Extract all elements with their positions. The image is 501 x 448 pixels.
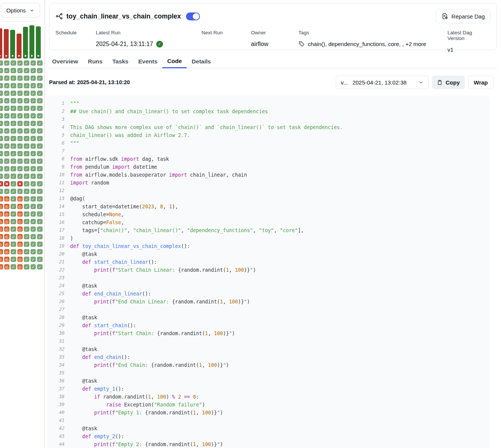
- task-instance-success[interactable]: ✓: [17, 143, 23, 149]
- task-instance-success[interactable]: ✓: [4, 159, 10, 164]
- task-instance-success[interactable]: ✓: [17, 68, 23, 73]
- task-instance-success[interactable]: ✓: [24, 174, 29, 179]
- task-instance-success[interactable]: ✓: [24, 75, 29, 81]
- dag-run-bar-success[interactable]: [36, 26, 41, 59]
- task-instance-success[interactable]: ✓: [31, 106, 36, 111]
- task-instance-success[interactable]: ✓: [4, 75, 10, 81]
- task-instance-retry[interactable]: ◎: [0, 219, 3, 224]
- task-instance-retry[interactable]: ◎: [0, 249, 3, 254]
- task-instance-retry[interactable]: ◎: [17, 204, 23, 209]
- task-instance-success[interactable]: ✓: [17, 91, 23, 96]
- task-instance-success[interactable]: ✓: [37, 249, 43, 254]
- task-instance-success[interactable]: ✓: [37, 211, 43, 217]
- task-instance-success[interactable]: ✓: [11, 91, 16, 96]
- task-instance-success[interactable]: ✓: [11, 60, 16, 66]
- task-instance-retry[interactable]: ◎: [4, 242, 10, 247]
- task-instance-success[interactable]: ✓: [24, 136, 29, 141]
- task-instance-success[interactable]: ✓: [11, 257, 16, 262]
- task-instance-success[interactable]: ✓: [4, 106, 10, 111]
- task-instance-success[interactable]: ✓: [31, 68, 36, 73]
- task-instance-success[interactable]: ✓: [4, 113, 10, 119]
- task-instance-success[interactable]: ✓: [0, 121, 3, 126]
- dag-pause-toggle[interactable]: [186, 12, 200, 20]
- task-instance-success[interactable]: ✓: [37, 234, 43, 239]
- task-instance-success[interactable]: ✓: [37, 143, 43, 149]
- task-instance-success[interactable]: ✓: [37, 196, 43, 202]
- task-instance-retry[interactable]: ◎: [0, 234, 3, 239]
- task-instance-success[interactable]: ✓: [24, 257, 29, 262]
- task-instance-success[interactable]: ✓: [37, 226, 43, 232]
- task-instance-success[interactable]: ✓: [24, 196, 29, 202]
- task-instance-success[interactable]: ✓: [24, 249, 29, 254]
- task-instance-success[interactable]: ✓: [0, 106, 3, 111]
- task-instance-success[interactable]: ✓: [37, 181, 43, 186]
- task-instance-failed[interactable]: ×: [17, 181, 23, 186]
- task-instance-success[interactable]: ✓: [24, 113, 29, 119]
- task-instance-success[interactable]: ✓: [31, 181, 36, 186]
- task-instance-retry[interactable]: ◎: [4, 211, 10, 217]
- task-instance-success[interactable]: ✓: [31, 60, 36, 66]
- task-instance-retry[interactable]: ◎: [17, 226, 23, 232]
- task-instance-success[interactable]: ✓: [4, 60, 10, 66]
- task-instance-success[interactable]: ✓: [11, 242, 16, 247]
- task-instance-success[interactable]: ✓: [37, 91, 43, 96]
- task-instance-success[interactable]: ✓: [31, 121, 36, 126]
- task-instance-success[interactable]: ✓: [31, 75, 36, 81]
- task-instance-success[interactable]: ✓: [31, 143, 36, 149]
- task-instance-success[interactable]: ✓: [24, 264, 29, 269]
- task-instance-success[interactable]: ✓: [17, 136, 23, 141]
- task-instance-success[interactable]: ✓: [37, 219, 43, 224]
- task-instance-success[interactable]: ✓: [11, 166, 16, 171]
- task-instance-success[interactable]: ✓: [31, 174, 36, 179]
- dag-run-bar-failed[interactable]: [4, 29, 9, 59]
- task-instance-success[interactable]: ✓: [37, 136, 43, 141]
- task-instance-success[interactable]: ✓: [11, 211, 16, 217]
- task-instance-success[interactable]: ✓: [37, 113, 43, 119]
- task-instance-success[interactable]: ✓: [4, 98, 10, 103]
- task-instance-success[interactable]: ✓: [4, 91, 10, 96]
- task-instance-success[interactable]: ✓: [31, 234, 36, 239]
- task-instance-retry[interactable]: ◎: [4, 257, 10, 262]
- task-instance-retry[interactable]: ◎: [4, 204, 10, 209]
- task-instance-success[interactable]: ✓: [31, 159, 36, 164]
- task-instance-retry[interactable]: ◎: [4, 196, 10, 202]
- wrap-button[interactable]: Wrap: [468, 75, 493, 89]
- task-instance-success[interactable]: ✓: [11, 181, 16, 186]
- task-instance-success[interactable]: ✓: [0, 91, 3, 96]
- task-instance-success[interactable]: ✓: [31, 242, 36, 247]
- task-instance-success[interactable]: ✓: [37, 106, 43, 111]
- task-instance-success[interactable]: ✓: [17, 106, 23, 111]
- task-instance-success[interactable]: ✓: [24, 143, 29, 149]
- task-instance-failed[interactable]: ×: [0, 181, 3, 186]
- task-instance-success[interactable]: ✓: [31, 166, 36, 171]
- task-instance-success[interactable]: ✓: [4, 174, 10, 179]
- dag-run-bar-success[interactable]: [10, 30, 15, 59]
- task-instance-success[interactable]: ✓: [11, 151, 16, 156]
- task-instance-success[interactable]: ✓: [24, 98, 29, 103]
- task-instance-success[interactable]: ✓: [4, 68, 10, 73]
- dag-run-bar-failed[interactable]: [0, 28, 2, 59]
- task-instance-success[interactable]: ✓: [31, 136, 36, 141]
- task-instance-success[interactable]: ✓: [0, 143, 3, 149]
- reparse-dag-button[interactable]: Reparse Dag: [436, 9, 490, 23]
- task-instance-failed[interactable]: ×: [4, 181, 10, 186]
- task-instance-success[interactable]: ✓: [4, 128, 10, 134]
- task-instance-success[interactable]: ✓: [0, 159, 3, 164]
- task-instance-success[interactable]: ✓: [24, 106, 29, 111]
- task-instance-success[interactable]: ✓: [17, 159, 23, 164]
- task-instance-success[interactable]: ✓: [17, 189, 23, 194]
- task-instance-success[interactable]: ✓: [4, 151, 10, 156]
- task-instance-success[interactable]: ✓: [11, 98, 16, 103]
- task-instance-retry[interactable]: ◎: [4, 234, 10, 239]
- task-instance-success[interactable]: ✓: [11, 121, 16, 126]
- task-instance-retry[interactable]: ◎: [4, 219, 10, 224]
- task-instance-retry[interactable]: ◎: [17, 249, 23, 254]
- task-instance-success[interactable]: ✓: [11, 264, 16, 269]
- task-instance-success[interactable]: ✓: [0, 166, 3, 171]
- task-instance-success[interactable]: ✓: [17, 128, 23, 134]
- task-instance-success[interactable]: ✓: [37, 121, 43, 126]
- task-instance-success[interactable]: ✓: [37, 60, 43, 66]
- tab-tasks[interactable]: Tasks: [108, 55, 134, 68]
- task-instance-success[interactable]: ✓: [37, 264, 43, 269]
- task-instance-success[interactable]: ✓: [0, 136, 3, 141]
